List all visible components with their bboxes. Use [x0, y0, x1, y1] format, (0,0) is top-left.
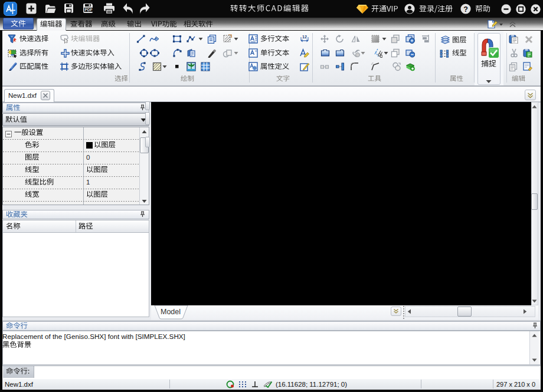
svg-text:12: 12: [302, 35, 307, 39]
svg-text:PDF: PDF: [84, 8, 92, 12]
svg-text:?: ?: [463, 5, 468, 14]
